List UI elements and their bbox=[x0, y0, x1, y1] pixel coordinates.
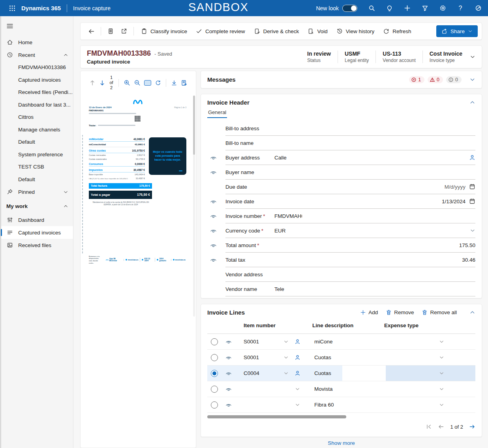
chevron-down-icon[interactable] bbox=[439, 339, 444, 344]
row-radio-selected[interactable] bbox=[211, 370, 218, 377]
previous-page-icon[interactable] bbox=[89, 80, 96, 86]
sidebar-recent-item[interactable]: TEST CSB bbox=[1, 161, 73, 173]
sidebar-recent-item[interactable]: Received files (Pendi... bbox=[1, 86, 73, 99]
refresh-button[interactable]: Refresh bbox=[379, 25, 415, 37]
person-icon[interactable] bbox=[469, 154, 475, 161]
filter-icon[interactable] bbox=[421, 5, 428, 12]
field-input[interactable]: FMDVMAH0013386 bbox=[274, 213, 475, 219]
row-radio[interactable] bbox=[211, 386, 218, 393]
info-count-badge[interactable]: 0 bbox=[446, 76, 462, 83]
chevron-down-icon[interactable] bbox=[295, 386, 300, 392]
chevron-up-icon[interactable] bbox=[63, 204, 68, 209]
field-input[interactable]: 1/13/2024 bbox=[274, 199, 465, 204]
chevron-down-icon[interactable] bbox=[469, 77, 475, 82]
item-number-value[interactable]: S0001 bbox=[244, 354, 259, 360]
sidebar-item-received-files[interactable]: Received files bbox=[1, 239, 73, 251]
remove-all-lines-button[interactable]: Remove all bbox=[422, 309, 457, 315]
chevron-down-icon[interactable] bbox=[439, 371, 444, 376]
line-description-value[interactable]: miCone bbox=[304, 339, 342, 345]
add-line-button[interactable]: Add bbox=[360, 309, 378, 315]
field-input[interactable]: M/d/yyyy bbox=[274, 184, 465, 190]
mapped-eye-icon[interactable] bbox=[207, 150, 225, 165]
row-radio[interactable] bbox=[211, 354, 218, 361]
mapped-eye-icon[interactable] bbox=[207, 223, 225, 238]
mapped-eye-icon[interactable] bbox=[207, 238, 225, 253]
sidebar-item-dashboard[interactable]: Dashboard bbox=[1, 214, 73, 226]
chevron-down-icon[interactable] bbox=[439, 355, 444, 360]
back-button[interactable] bbox=[84, 25, 98, 37]
tab-general[interactable]: General bbox=[207, 109, 227, 118]
row-radio[interactable] bbox=[211, 338, 218, 345]
chevron-down-icon[interactable] bbox=[283, 339, 289, 344]
chevron-down-icon[interactable] bbox=[295, 402, 300, 407]
person-icon[interactable] bbox=[291, 370, 304, 376]
page-indicator[interactable]: 1 of 2 bbox=[109, 75, 113, 91]
settings-gear-icon[interactable] bbox=[439, 5, 446, 12]
next-page-icon[interactable] bbox=[99, 80, 105, 86]
chevron-down-icon[interactable] bbox=[470, 228, 475, 233]
sidebar-group-recent[interactable]: Recent bbox=[1, 49, 73, 61]
mapped-eye-icon[interactable] bbox=[221, 339, 236, 345]
sidebar-item-captured-invoices[interactable]: Captured invoices bbox=[1, 226, 73, 239]
mapped-eye-icon[interactable] bbox=[221, 370, 236, 377]
remove-line-button[interactable]: Remove bbox=[386, 309, 414, 315]
classify-invoice-button[interactable]: Classify invoice bbox=[137, 25, 191, 37]
chevron-up-icon[interactable] bbox=[469, 99, 475, 105]
sidebar-recent-item[interactable]: Dashboard for last 3... bbox=[1, 99, 73, 111]
field-input[interactable]: 175.50 bbox=[274, 242, 475, 248]
zoom-out-icon[interactable] bbox=[134, 79, 141, 86]
sidebar-recent-item[interactable]: Manage channels bbox=[1, 124, 73, 136]
chevron-down-icon[interactable] bbox=[470, 54, 475, 60]
app-name[interactable]: Invoice capture bbox=[73, 5, 111, 11]
sidebar-recent-item[interactable]: Default bbox=[1, 173, 73, 186]
mapped-eye-icon[interactable] bbox=[207, 209, 225, 223]
document-reading-pane-icon[interactable] bbox=[104, 25, 117, 37]
chevron-down-icon[interactable] bbox=[63, 189, 68, 195]
scrollbar-thumb[interactable] bbox=[207, 415, 346, 418]
horizontal-scrollbar[interactable] bbox=[207, 415, 475, 418]
field-input[interactable]: Telefónica bbox=[274, 286, 475, 292]
next-page-arrow-icon[interactable] bbox=[469, 424, 475, 430]
mapped-eye-icon[interactable] bbox=[221, 402, 236, 408]
item-number-value[interactable]: C0004 bbox=[244, 370, 259, 376]
line-description-value[interactable]: Cuotas bbox=[304, 370, 342, 376]
column-header-item-number[interactable]: Item number bbox=[236, 322, 291, 328]
sidebar-recent-item[interactable]: System preference bbox=[1, 148, 73, 161]
row-radio[interactable] bbox=[211, 401, 218, 409]
invoice-line-row[interactable]: Movista bbox=[207, 381, 475, 397]
mapped-eye-icon[interactable] bbox=[207, 253, 225, 267]
help-icon[interactable]: ? bbox=[457, 5, 464, 12]
chevron-up-icon[interactable] bbox=[469, 309, 475, 315]
warning-count-badge[interactable]: 0 bbox=[428, 76, 443, 83]
invoice-line-row[interactable]: Fibra 60 bbox=[207, 397, 475, 413]
chevron-down-icon[interactable] bbox=[283, 355, 289, 360]
sidebar-group-my-work[interactable]: My work bbox=[1, 200, 73, 212]
column-header-expense-type[interactable]: Expense type bbox=[375, 322, 475, 328]
chevron-up-icon[interactable] bbox=[63, 52, 68, 58]
new-look-toggle[interactable] bbox=[342, 5, 357, 12]
sidebar-recent-item[interactable]: Default bbox=[1, 136, 73, 148]
mapped-eye-icon[interactable] bbox=[207, 165, 225, 180]
waffle-menu-icon[interactable] bbox=[6, 2, 18, 14]
calendar-icon[interactable] bbox=[469, 184, 475, 190]
column-header-line-description[interactable]: Line description bbox=[291, 322, 375, 328]
export-document-icon[interactable] bbox=[181, 80, 187, 86]
derive-and-check-button[interactable]: Derive & check bbox=[250, 25, 304, 37]
invoice-line-row[interactable]: S0001 Cuotas bbox=[207, 350, 475, 366]
zoom-in-icon[interactable] bbox=[124, 79, 130, 86]
open-in-new-window-icon[interactable] bbox=[117, 25, 131, 37]
chevron-down-icon[interactable] bbox=[439, 386, 444, 392]
chevron-down-icon[interactable] bbox=[283, 371, 289, 376]
field-input[interactable]: Calle bbox=[274, 155, 465, 161]
sidebar-item-home[interactable]: Home bbox=[1, 36, 73, 49]
add-icon[interactable] bbox=[404, 5, 411, 12]
void-button[interactable]: Void bbox=[303, 25, 332, 37]
lightbulb-icon[interactable] bbox=[386, 5, 393, 12]
share-button[interactable]: Share bbox=[436, 25, 478, 37]
calendar-icon[interactable] bbox=[469, 198, 475, 204]
hamburger-menu-icon[interactable] bbox=[1, 19, 73, 33]
person-icon[interactable] bbox=[291, 354, 304, 360]
first-page-icon[interactable] bbox=[426, 424, 432, 430]
search-icon[interactable] bbox=[368, 5, 375, 12]
line-description-value[interactable]: Movista bbox=[304, 386, 342, 392]
